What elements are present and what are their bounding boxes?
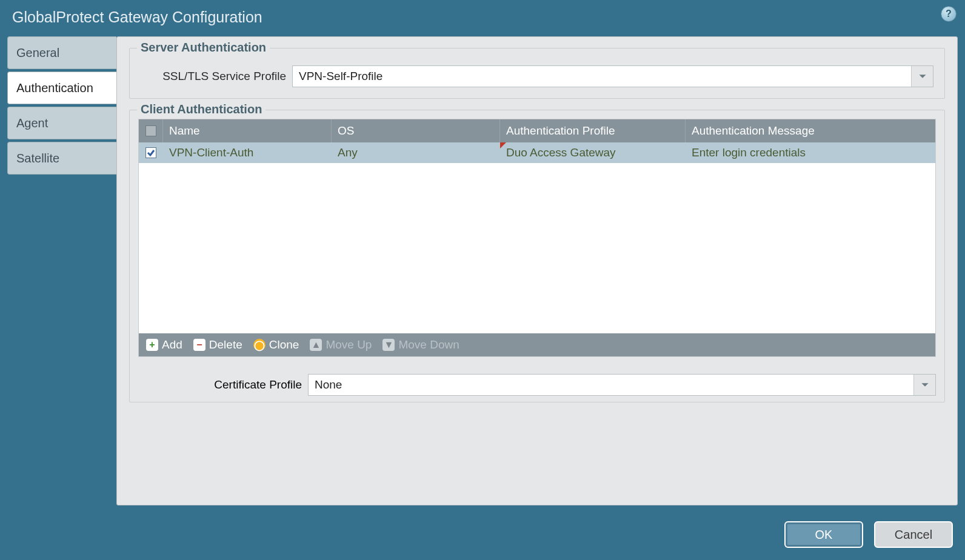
tab-label: Agent <box>16 116 48 130</box>
ssl-profile-row: SSL/TLS Service Profile VPN-Self-Profile <box>141 65 933 87</box>
cancel-button[interactable]: Cancel <box>874 521 953 548</box>
tab-agent[interactable]: Agent <box>7 107 116 139</box>
cell-auth-message: Enter login credentials <box>686 142 935 163</box>
tab-general[interactable]: General <box>7 36 116 69</box>
ssl-profile-label: SSL/TLS Service Profile <box>141 70 292 83</box>
clone-icon: ◯ <box>253 339 265 351</box>
clone-button[interactable]: ◯ Clone <box>253 338 299 352</box>
certificate-profile-label: Certificate Profile <box>138 378 308 392</box>
table-row[interactable]: VPN-Client-Auth Any Duo Access Gateway E… <box>139 142 935 163</box>
dialog-title: GlobalProtect Gateway Configuration <box>12 8 262 26</box>
col-auth-profile[interactable]: Authentication Profile <box>500 119 686 142</box>
dialog-footer: OK Cancel <box>784 521 953 548</box>
ssl-profile-dropdown[interactable]: VPN-Self-Profile <box>292 65 933 87</box>
client-auth-fieldset: Client Authentication Name OS Authentica… <box>129 110 945 402</box>
workspace: General Authentication Agent Satellite S… <box>7 36 958 505</box>
add-button[interactable]: + Add <box>146 338 182 352</box>
cell-name: VPN-Client-Auth <box>163 142 332 163</box>
checkbox-checked-icon[interactable] <box>145 147 156 158</box>
col-os[interactable]: OS <box>332 119 500 142</box>
cell-auth-profile: Duo Access Gateway <box>500 142 686 163</box>
arrow-down-icon: ▼ <box>382 339 395 351</box>
delete-button[interactable]: − Delete <box>193 338 242 352</box>
chevron-down-icon[interactable] <box>913 375 935 395</box>
row-checkbox-cell[interactable] <box>139 142 163 163</box>
certificate-profile-dropdown[interactable]: None <box>308 374 936 396</box>
move-up-button[interactable]: ▲ Move Up <box>310 338 372 352</box>
tab-label: Satellite <box>16 152 59 165</box>
ok-button[interactable]: OK <box>784 521 863 548</box>
cell-os: Any <box>332 142 500 163</box>
sidebar: General Authentication Agent Satellite <box>7 36 116 505</box>
table-header: Name OS Authentication Profile Authentic… <box>139 119 935 142</box>
arrow-up-icon: ▲ <box>310 339 322 351</box>
col-auth-message[interactable]: Authentication Message <box>686 119 935 142</box>
client-auth-table: Name OS Authentication Profile Authentic… <box>138 119 936 357</box>
content-panel: Server Authentication SSL/TLS Service Pr… <box>116 36 958 505</box>
minus-icon: − <box>193 339 205 351</box>
server-auth-legend: Server Authentication <box>137 41 270 55</box>
plus-icon: + <box>146 339 158 351</box>
certificate-profile-row: Certificate Profile None <box>138 374 936 396</box>
tab-authentication[interactable]: Authentication <box>7 72 116 104</box>
tab-satellite[interactable]: Satellite <box>7 142 116 175</box>
server-auth-fieldset: Server Authentication SSL/TLS Service Pr… <box>129 48 945 99</box>
tab-label: General <box>16 46 59 60</box>
col-name[interactable]: Name <box>163 119 332 142</box>
header-checkbox-cell[interactable] <box>139 119 163 142</box>
chevron-down-icon[interactable] <box>911 66 933 87</box>
help-icon[interactable]: ? <box>941 6 957 22</box>
dialog-titlebar: GlobalProtect Gateway Configuration ? <box>0 0 965 34</box>
table-toolbar: + Add − Delete ◯ Clone ▲ Move Up <box>139 333 935 356</box>
table-body: VPN-Client-Auth Any Duo Access Gateway E… <box>139 142 935 333</box>
ssl-profile-value: VPN-Self-Profile <box>293 70 911 83</box>
tab-label: Authentication <box>16 81 93 95</box>
move-down-button[interactable]: ▼ Move Down <box>382 338 459 352</box>
client-auth-legend: Client Authentication <box>137 102 265 116</box>
certificate-profile-value: None <box>309 378 913 392</box>
checkbox-icon[interactable] <box>145 125 156 136</box>
dirty-flag-icon <box>500 142 506 148</box>
